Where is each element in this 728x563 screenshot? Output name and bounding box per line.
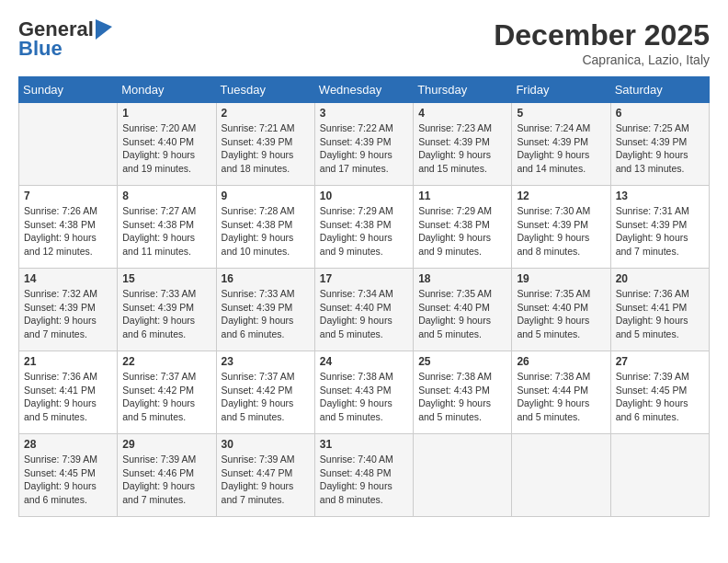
day-info: Sunrise: 7:38 AM Sunset: 4:43 PM Dayligh…: [418, 370, 506, 424]
calendar-cell: 28Sunrise: 7:39 AM Sunset: 4:45 PM Dayli…: [19, 434, 118, 517]
day-number: 15: [122, 272, 210, 285]
calendar-cell: 5Sunrise: 7:24 AM Sunset: 4:39 PM Daylig…: [512, 103, 610, 186]
day-number: 11: [418, 190, 506, 202]
day-info: Sunrise: 7:31 AM Sunset: 4:39 PM Dayligh…: [616, 204, 704, 259]
calendar-cell: 27Sunrise: 7:39 AM Sunset: 4:45 PM Dayli…: [610, 351, 709, 434]
day-info: Sunrise: 7:36 AM Sunset: 4:41 PM Dayligh…: [24, 370, 112, 424]
day-number: 22: [122, 355, 210, 368]
day-number: 9: [222, 190, 310, 202]
day-number: 21: [24, 355, 112, 368]
day-info: Sunrise: 7:38 AM Sunset: 4:43 PM Dayligh…: [320, 370, 408, 424]
logo: General Blue: [18, 18, 112, 61]
day-info: Sunrise: 7:20 AM Sunset: 4:40 PM Dayligh…: [122, 121, 210, 176]
day-info: Sunrise: 7:39 AM Sunset: 4:46 PM Dayligh…: [122, 453, 210, 507]
day-info: Sunrise: 7:29 AM Sunset: 4:38 PM Dayligh…: [320, 204, 408, 259]
day-number: 30: [222, 438, 310, 451]
day-number: 29: [122, 438, 210, 451]
day-info: Sunrise: 7:39 AM Sunset: 4:45 PM Dayligh…: [616, 370, 704, 424]
calendar-cell: 19Sunrise: 7:35 AM Sunset: 4:40 PM Dayli…: [512, 269, 610, 351]
column-header-tuesday: Tuesday: [216, 77, 314, 103]
day-number: 25: [418, 355, 506, 368]
calendar-cell: 29Sunrise: 7:39 AM Sunset: 4:46 PM Dayli…: [118, 434, 216, 517]
calendar-week-2: 14Sunrise: 7:32 AM Sunset: 4:39 PM Dayli…: [19, 269, 710, 351]
calendar-header: SundayMondayTuesdayWednesdayThursdayFrid…: [19, 77, 710, 103]
day-number: 2: [222, 107, 310, 120]
calendar-cell: 20Sunrise: 7:36 AM Sunset: 4:41 PM Dayli…: [610, 269, 709, 351]
day-number: 1: [122, 107, 210, 120]
month-title: December 2025: [494, 18, 710, 52]
svg-marker-0: [96, 19, 112, 40]
calendar-cell: 1Sunrise: 7:20 AM Sunset: 4:40 PM Daylig…: [118, 103, 216, 186]
day-number: 10: [320, 190, 408, 202]
calendar-body: 1Sunrise: 7:20 AM Sunset: 4:40 PM Daylig…: [19, 103, 710, 517]
calendar-cell: 23Sunrise: 7:37 AM Sunset: 4:42 PM Dayli…: [216, 351, 314, 434]
logo-icon: [96, 19, 112, 40]
day-number: 12: [517, 190, 605, 202]
calendar-cell: [512, 434, 610, 517]
day-number: 18: [418, 272, 506, 285]
calendar-cell: 25Sunrise: 7:38 AM Sunset: 4:43 PM Dayli…: [414, 351, 512, 434]
calendar-cell: 31Sunrise: 7:40 AM Sunset: 4:48 PM Dayli…: [314, 434, 413, 517]
day-info: Sunrise: 7:32 AM Sunset: 4:39 PM Dayligh…: [24, 287, 112, 341]
calendar-cell: 18Sunrise: 7:35 AM Sunset: 4:40 PM Dayli…: [414, 269, 512, 351]
calendar-week-0: 1Sunrise: 7:20 AM Sunset: 4:40 PM Daylig…: [19, 103, 710, 186]
day-info: Sunrise: 7:23 AM Sunset: 4:39 PM Dayligh…: [418, 121, 506, 176]
calendar-cell: [610, 434, 709, 517]
day-info: Sunrise: 7:40 AM Sunset: 4:48 PM Dayligh…: [320, 453, 408, 507]
calendar-cell: 2Sunrise: 7:21 AM Sunset: 4:39 PM Daylig…: [216, 103, 314, 186]
calendar-cell: 16Sunrise: 7:33 AM Sunset: 4:39 PM Dayli…: [216, 269, 314, 351]
calendar-cell: [19, 103, 118, 186]
day-number: 6: [616, 107, 704, 120]
calendar-cell: 8Sunrise: 7:27 AM Sunset: 4:38 PM Daylig…: [118, 186, 216, 269]
day-info: Sunrise: 7:36 AM Sunset: 4:41 PM Dayligh…: [616, 287, 704, 341]
day-number: 3: [320, 107, 408, 120]
calendar-cell: 14Sunrise: 7:32 AM Sunset: 4:39 PM Dayli…: [19, 269, 118, 351]
calendar-cell: 30Sunrise: 7:39 AM Sunset: 4:47 PM Dayli…: [216, 434, 314, 517]
day-info: Sunrise: 7:24 AM Sunset: 4:39 PM Dayligh…: [517, 121, 605, 176]
calendar-week-4: 28Sunrise: 7:39 AM Sunset: 4:45 PM Dayli…: [19, 434, 710, 517]
day-info: Sunrise: 7:37 AM Sunset: 4:42 PM Dayligh…: [122, 370, 210, 424]
day-number: 19: [517, 272, 605, 285]
day-number: 24: [320, 355, 408, 368]
day-number: 4: [418, 107, 506, 120]
day-info: Sunrise: 7:35 AM Sunset: 4:40 PM Dayligh…: [517, 287, 605, 341]
day-number: 13: [616, 190, 704, 202]
calendar-cell: 22Sunrise: 7:37 AM Sunset: 4:42 PM Dayli…: [118, 351, 216, 434]
calendar-cell: 3Sunrise: 7:22 AM Sunset: 4:39 PM Daylig…: [314, 103, 413, 186]
day-info: Sunrise: 7:35 AM Sunset: 4:40 PM Dayligh…: [418, 287, 506, 341]
day-info: Sunrise: 7:21 AM Sunset: 4:39 PM Dayligh…: [222, 121, 310, 176]
calendar-cell: 13Sunrise: 7:31 AM Sunset: 4:39 PM Dayli…: [610, 186, 709, 269]
calendar-cell: 4Sunrise: 7:23 AM Sunset: 4:39 PM Daylig…: [414, 103, 512, 186]
day-info: Sunrise: 7:30 AM Sunset: 4:39 PM Dayligh…: [517, 204, 605, 259]
calendar-cell: 21Sunrise: 7:36 AM Sunset: 4:41 PM Dayli…: [19, 351, 118, 434]
location-subtitle: Capranica, Lazio, Italy: [494, 52, 710, 67]
calendar-cell: 24Sunrise: 7:38 AM Sunset: 4:43 PM Dayli…: [314, 351, 413, 434]
header-row: SundayMondayTuesdayWednesdayThursdayFrid…: [19, 77, 710, 103]
column-header-friday: Friday: [512, 77, 610, 103]
calendar-cell: 7Sunrise: 7:26 AM Sunset: 4:38 PM Daylig…: [19, 186, 118, 269]
day-number: 28: [24, 438, 112, 451]
day-number: 23: [222, 355, 310, 368]
day-info: Sunrise: 7:29 AM Sunset: 4:38 PM Dayligh…: [418, 204, 506, 259]
day-number: 27: [616, 355, 704, 368]
day-number: 26: [517, 355, 605, 368]
calendar-cell: 17Sunrise: 7:34 AM Sunset: 4:40 PM Dayli…: [314, 269, 413, 351]
day-number: 14: [24, 272, 112, 285]
column-header-sunday: Sunday: [19, 77, 118, 103]
column-header-wednesday: Wednesday: [314, 77, 413, 103]
day-info: Sunrise: 7:39 AM Sunset: 4:47 PM Dayligh…: [222, 453, 310, 507]
day-number: 8: [122, 190, 210, 202]
day-info: Sunrise: 7:38 AM Sunset: 4:44 PM Dayligh…: [517, 370, 605, 424]
day-info: Sunrise: 7:39 AM Sunset: 4:45 PM Dayligh…: [24, 453, 112, 507]
calendar-table: SundayMondayTuesdayWednesdayThursdayFrid…: [18, 76, 710, 517]
day-number: 16: [222, 272, 310, 285]
calendar-week-3: 21Sunrise: 7:36 AM Sunset: 4:41 PM Dayli…: [19, 351, 710, 434]
calendar-cell: 11Sunrise: 7:29 AM Sunset: 4:38 PM Dayli…: [414, 186, 512, 269]
column-header-saturday: Saturday: [610, 77, 709, 103]
day-info: Sunrise: 7:34 AM Sunset: 4:40 PM Dayligh…: [320, 287, 408, 341]
day-info: Sunrise: 7:37 AM Sunset: 4:42 PM Dayligh…: [222, 370, 310, 424]
day-number: 17: [320, 272, 408, 285]
day-number: 5: [517, 107, 605, 120]
calendar-cell: 10Sunrise: 7:29 AM Sunset: 4:38 PM Dayli…: [314, 186, 413, 269]
day-info: Sunrise: 7:28 AM Sunset: 4:38 PM Dayligh…: [222, 204, 310, 259]
